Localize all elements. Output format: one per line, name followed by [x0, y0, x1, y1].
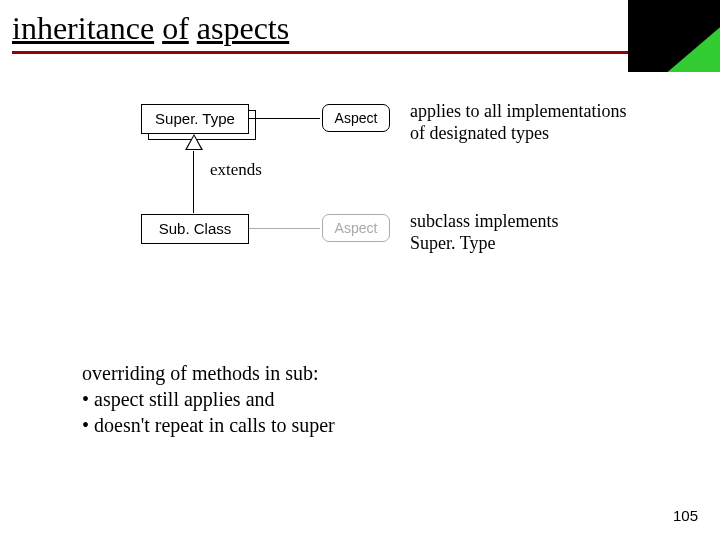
subclass-box: Sub. Class: [141, 214, 249, 244]
title-word: of: [162, 10, 189, 46]
slide-title: inheritance of aspects: [0, 0, 720, 51]
supertype-box: Super. Type: [141, 104, 249, 134]
corner-triangle-icon: [666, 26, 720, 72]
caption-top: applies to all implementations of design…: [410, 100, 710, 144]
para-line: • doesn't repeat in calls to super: [82, 412, 335, 438]
aspect-box-top: Aspect: [322, 104, 390, 132]
caption-line: Super. Type: [410, 233, 495, 253]
extends-label: extends: [210, 160, 262, 180]
para-line: overriding of methods in sub:: [82, 360, 335, 386]
caption-line: applies to all implementations: [410, 101, 626, 121]
title-rule: [12, 51, 708, 54]
inheritance-arrowhead-icon: [185, 134, 203, 150]
page-number: 105: [673, 507, 698, 524]
inheritance-line: [193, 151, 194, 213]
aspect-box-bottom: Aspect: [322, 214, 390, 242]
title-word: aspects: [197, 10, 289, 46]
body-paragraph: overriding of methods in sub: • aspect s…: [82, 360, 335, 438]
caption-bottom: subclass implements Super. Type: [410, 210, 710, 254]
connector-line: [249, 118, 320, 119]
caption-line: of designated types: [410, 123, 549, 143]
diagram-area: Super. Type Aspect extends Sub. Class As…: [0, 94, 720, 354]
connector-line-faded: [249, 228, 320, 229]
para-line: • aspect still applies and: [82, 386, 335, 412]
title-word: inheritance: [12, 10, 154, 46]
corner-badge: [628, 0, 720, 72]
caption-line: subclass implements: [410, 211, 558, 231]
